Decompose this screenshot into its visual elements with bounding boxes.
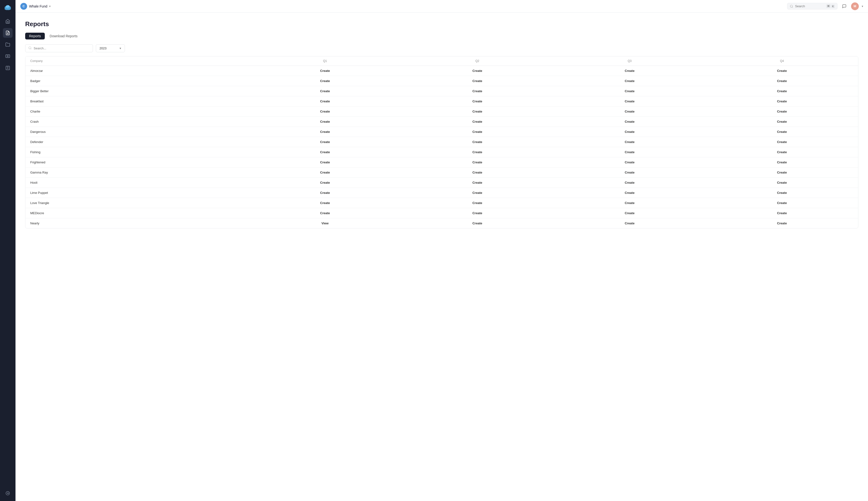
create-button[interactable]: Create (625, 171, 634, 174)
sidebar-item-folder[interactable] (3, 40, 13, 49)
create-button[interactable]: Create (472, 140, 482, 144)
create-button[interactable]: Create (777, 181, 787, 184)
create-button[interactable]: Create (777, 99, 787, 103)
company-cell: Hooli (25, 178, 249, 188)
create-button[interactable]: Create (625, 150, 634, 154)
create-button[interactable]: Create (625, 140, 634, 144)
q4-action-cell: Create (706, 218, 858, 228)
create-button[interactable]: Create (625, 99, 634, 103)
create-button[interactable]: Create (472, 120, 482, 124)
create-button[interactable]: Create (320, 191, 330, 195)
create-button[interactable]: Create (320, 150, 330, 154)
q3-action-cell: Create (554, 106, 706, 117)
company-cell: Love Triangle (25, 198, 249, 208)
view-button[interactable]: View (321, 222, 329, 225)
notifications-button[interactable] (840, 2, 848, 10)
create-button[interactable]: Create (320, 120, 330, 124)
sidebar-item-money[interactable] (3, 51, 13, 61)
create-button[interactable]: Create (320, 69, 330, 73)
create-button[interactable]: Create (472, 130, 482, 134)
sidebar-item-expand[interactable] (3, 488, 13, 498)
create-button[interactable]: Create (472, 150, 482, 154)
company-cell: Badger (25, 76, 249, 86)
sidebar-item-reports[interactable] (3, 28, 13, 38)
table-row: HooliCreateCreateCreateCreate (25, 178, 858, 188)
create-button[interactable]: Create (320, 89, 330, 93)
company-search[interactable] (25, 44, 93, 52)
q4-action-cell: Create (706, 188, 858, 198)
q4-action-cell: Create (706, 208, 858, 218)
company-cell: Gamma Ray (25, 168, 249, 178)
company-search-input[interactable] (34, 46, 90, 50)
create-button[interactable]: Create (625, 160, 634, 164)
create-button[interactable]: Create (777, 211, 787, 215)
create-button[interactable]: Create (625, 130, 634, 134)
create-button[interactable]: Create (472, 201, 482, 205)
create-button[interactable]: Create (625, 79, 634, 83)
create-button[interactable]: Create (472, 211, 482, 215)
create-button[interactable]: Create (625, 110, 634, 113)
create-button[interactable]: Create (320, 130, 330, 134)
year-selector[interactable]: 2023 ▾ (96, 44, 125, 52)
create-button[interactable]: Create (320, 160, 330, 164)
main-content: C Whale Fund ▾ ⌘ K M ▾ Report (15, 0, 868, 501)
q2-action-cell: Create (401, 208, 553, 218)
create-button[interactable]: Create (777, 130, 787, 134)
create-button[interactable]: Create (472, 222, 482, 225)
create-button[interactable]: Create (472, 160, 482, 164)
company-cell: Nearly (25, 218, 249, 228)
create-button[interactable]: Create (320, 201, 330, 205)
create-button[interactable]: Create (777, 110, 787, 113)
create-button[interactable]: Create (625, 69, 634, 73)
create-button[interactable]: Create (472, 79, 482, 83)
user-chevron-icon: ▾ (862, 4, 863, 8)
q1-action-cell: Create (249, 137, 401, 147)
create-button[interactable]: Create (777, 171, 787, 174)
create-button[interactable]: Create (625, 89, 634, 93)
create-button[interactable]: Create (625, 181, 634, 184)
create-button[interactable]: Create (320, 140, 330, 144)
create-button[interactable]: Create (777, 201, 787, 205)
create-button[interactable]: Create (472, 110, 482, 113)
create-button[interactable]: Create (320, 171, 330, 174)
company-cell: Frightened (25, 157, 249, 168)
create-button[interactable]: Create (320, 181, 330, 184)
create-button[interactable]: Create (320, 99, 330, 103)
header-search[interactable]: ⌘ K (787, 3, 837, 9)
create-button[interactable]: Create (320, 79, 330, 83)
create-button[interactable]: Create (625, 120, 634, 124)
table-row: DefenderCreateCreateCreateCreate (25, 137, 858, 147)
create-button[interactable]: Create (472, 99, 482, 103)
create-button[interactable]: Create (777, 191, 787, 195)
fund-selector[interactable]: C Whale Fund ▾ (20, 3, 51, 10)
create-button[interactable]: Create (777, 150, 787, 154)
create-button[interactable]: Create (625, 211, 634, 215)
create-button[interactable]: Create (777, 140, 787, 144)
q1-action-cell: Create (249, 76, 401, 86)
create-button[interactable]: Create (777, 69, 787, 73)
create-button[interactable]: Create (625, 201, 634, 205)
header-search-icon (790, 4, 793, 8)
tab-reports[interactable]: Reports (25, 33, 45, 40)
create-button[interactable]: Create (777, 120, 787, 124)
q4-action-cell: Create (706, 76, 858, 86)
create-button[interactable]: Create (777, 222, 787, 225)
create-button[interactable]: Create (472, 171, 482, 174)
create-button[interactable]: Create (472, 191, 482, 195)
create-button[interactable]: Create (472, 89, 482, 93)
sidebar-item-home[interactable] (3, 17, 13, 26)
sidebar-item-doc[interactable] (3, 63, 13, 73)
header-search-input[interactable] (795, 4, 824, 8)
create-button[interactable]: Create (777, 89, 787, 93)
create-button[interactable]: Create (625, 222, 634, 225)
create-button[interactable]: Create (472, 69, 482, 73)
create-button[interactable]: Create (320, 211, 330, 215)
tab-download-reports[interactable]: Download Reports (46, 33, 81, 40)
create-button[interactable]: Create (777, 79, 787, 83)
create-button[interactable]: Create (320, 110, 330, 113)
user-avatar[interactable]: M (851, 2, 859, 10)
create-button[interactable]: Create (777, 160, 787, 164)
q2-action-cell: Create (401, 66, 553, 76)
create-button[interactable]: Create (625, 191, 634, 195)
create-button[interactable]: Create (472, 181, 482, 184)
